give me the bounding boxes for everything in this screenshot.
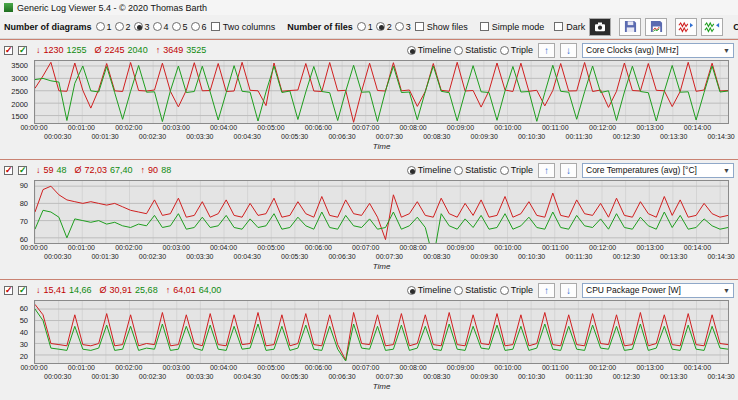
simple-mode-checkbox-box[interactable]	[480, 22, 489, 31]
radio-dot[interactable]	[134, 22, 143, 31]
radio-dot[interactable]	[407, 286, 416, 295]
radio-timeline[interactable]: Timeline	[407, 45, 452, 55]
x-tick-label: 00:10:30	[518, 373, 545, 380]
x-tick-label: 00:01:00	[68, 244, 95, 251]
radio-dot[interactable]	[454, 166, 463, 175]
chart-area: 15002000250030003500 00:00:0000:01:0000:…	[34, 60, 729, 152]
radio-dot[interactable]	[500, 46, 509, 55]
simple-mode-checkbox[interactable]: Simple mode	[480, 22, 545, 32]
series2-visibility-checkbox[interactable]	[18, 46, 27, 55]
radio-dot[interactable]	[96, 22, 105, 31]
radio-4[interactable]: 4	[153, 22, 169, 32]
series1-visibility-checkbox[interactable]	[4, 286, 13, 295]
series2-checkbox-box[interactable]	[18, 286, 27, 295]
radio-2[interactable]: 2	[115, 22, 131, 32]
max-value-green: 64,00	[199, 285, 222, 295]
two-columns-checkbox[interactable]: Two columns	[211, 22, 276, 32]
screenshot-button[interactable]	[589, 18, 611, 36]
radio-5[interactable]: 5	[172, 22, 188, 32]
radio-dot[interactable]	[500, 286, 509, 295]
radio-label: Statistic	[465, 45, 497, 55]
save-button[interactable]	[619, 18, 641, 36]
radio-dot[interactable]	[395, 22, 404, 31]
radio-2[interactable]: 2	[376, 22, 392, 32]
radio-3[interactable]: 3	[395, 22, 411, 32]
radio-dot[interactable]	[454, 286, 463, 295]
y-tick-label: 20	[20, 352, 28, 361]
save-chart-button[interactable]	[645, 18, 667, 36]
radio-statistic[interactable]: Statistic	[454, 45, 497, 55]
panel-down-button[interactable]: ↓	[560, 163, 577, 178]
series2-visibility-checkbox[interactable]	[18, 166, 27, 175]
metric-select[interactable]: Core Clocks (avg) [MHz] ▼	[582, 43, 734, 58]
radio-statistic[interactable]: Statistic	[454, 285, 497, 295]
radio-triple[interactable]: Triple	[500, 165, 533, 175]
radio-dot[interactable]	[172, 22, 181, 31]
x-tick-label: 00:08:30	[423, 253, 450, 260]
chart-plot[interactable]	[34, 300, 729, 364]
y-tick-label: 3500	[11, 61, 28, 70]
x-tick-label: 00:13:30	[660, 253, 687, 260]
dark-checkbox[interactable]: Dark	[554, 22, 585, 32]
show-files-label: Show files	[427, 22, 468, 32]
dark-checkbox-box[interactable]	[554, 22, 563, 31]
y-tick-label: 2500	[11, 87, 28, 96]
radio-6[interactable]: 6	[191, 22, 207, 32]
radio-timeline[interactable]: Timeline	[407, 285, 452, 295]
series1-visibility-checkbox[interactable]	[4, 166, 13, 175]
radio-dot[interactable]	[500, 166, 509, 175]
x-tick-label: 00:07:00	[352, 364, 379, 371]
radio-dot[interactable]	[407, 46, 416, 55]
show-files-checkbox[interactable]: Show files	[415, 22, 468, 32]
radio-dot[interactable]	[407, 166, 416, 175]
radio-3[interactable]: 3	[134, 22, 150, 32]
green-zigzag-icon	[704, 21, 720, 33]
radio-label: Statistic	[465, 285, 497, 295]
panel-down-button[interactable]: ↓	[560, 283, 577, 298]
two-columns-checkbox-box[interactable]	[211, 22, 220, 31]
metric-select[interactable]: Core Temperatures (avg) [°C] ▼	[582, 163, 734, 178]
series1-checkbox-box[interactable]	[4, 166, 13, 175]
x-tick-label: 00:04:00	[210, 124, 237, 131]
x-tick-label: 00:01:30	[91, 253, 118, 260]
radio-triple[interactable]: Triple	[500, 285, 533, 295]
min-value-green: 48	[57, 165, 67, 175]
x-tick-label: 00:00:30	[44, 253, 71, 260]
metric-select[interactable]: CPU Package Power [W] ▼	[582, 283, 734, 298]
series1-checkbox-box[interactable]	[4, 286, 13, 295]
y-tick-label: 60	[20, 235, 28, 244]
radio-dot[interactable]	[115, 22, 124, 31]
series1-checkbox-box[interactable]	[4, 46, 13, 55]
radio-dot[interactable]	[153, 22, 162, 31]
view-mode-radios: TimelineStatisticTriple	[407, 45, 533, 55]
radio-timeline[interactable]: Timeline	[407, 165, 452, 175]
radio-dot[interactable]	[357, 22, 366, 31]
radio-label: 2	[387, 22, 392, 32]
radio-triple[interactable]: Triple	[500, 45, 533, 55]
panel-up-button[interactable]: ↑	[538, 163, 555, 178]
radio-dot[interactable]	[376, 22, 385, 31]
radio-1[interactable]: 1	[357, 22, 373, 32]
panel-up-button[interactable]: ↑	[538, 283, 555, 298]
panel-core-clocks: ↓12301255 Ø22452040 ↑36493525 TimelineSt…	[0, 39, 738, 159]
series2-checkbox-box[interactable]	[18, 46, 27, 55]
series2-visibility-checkbox[interactable]	[18, 286, 27, 295]
radio-1[interactable]: 1	[96, 22, 112, 32]
series2-checkbox-box[interactable]	[18, 166, 27, 175]
radio-statistic[interactable]: Statistic	[454, 165, 497, 175]
show-files-checkbox-box[interactable]	[415, 22, 424, 31]
red-series-button[interactable]	[675, 18, 697, 36]
panel-up-button[interactable]: ↑	[538, 43, 555, 58]
avg-value-green: 67,40	[110, 165, 133, 175]
radio-dot[interactable]	[454, 46, 463, 55]
x-tick-label: 00:11:30	[566, 133, 593, 140]
series1-visibility-checkbox[interactable]	[4, 46, 13, 55]
chart-plot[interactable]	[34, 180, 729, 244]
panel-controls: TimelineStatisticTriple ↑ ↓ CPU Package …	[407, 283, 734, 298]
x-tick-label: 00:00:00	[20, 364, 47, 371]
panel-header: ↓12301255 Ø22452040 ↑36493525 TimelineSt…	[4, 41, 734, 59]
panel-down-button[interactable]: ↓	[560, 43, 577, 58]
chart-plot[interactable]	[34, 60, 729, 124]
radio-dot[interactable]	[191, 22, 200, 31]
green-series-button[interactable]	[701, 18, 723, 36]
